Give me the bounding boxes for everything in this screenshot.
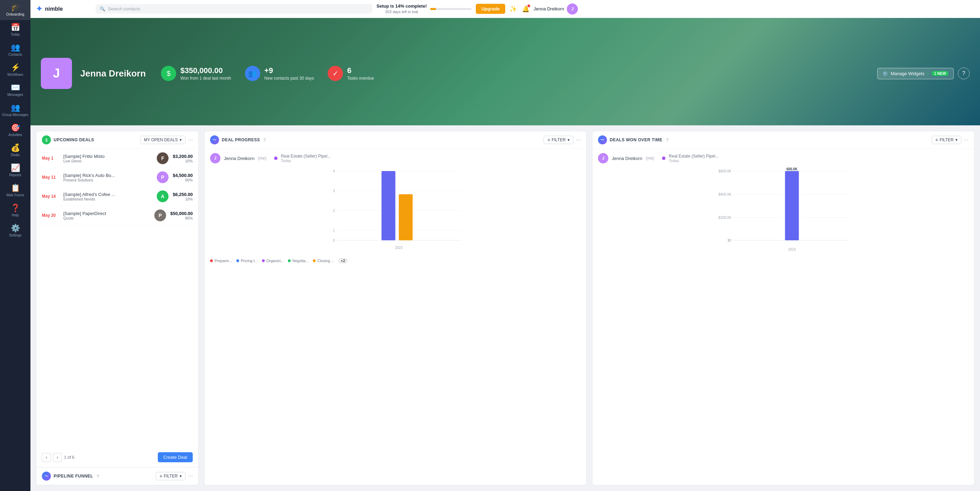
pricing-label: Pricing t... [241,259,258,263]
deals-won-user-avatar: J [598,153,608,163]
sidebar-item-reports[interactable]: 📈 Reports [0,161,30,181]
user-section[interactable]: Jenna Dreikorn J [534,3,578,14]
new-badge: 1 NEW [932,71,948,76]
hero-banner: J Jenna Dreikorn $ $350,000.00 Won from … [30,18,980,125]
page-info: 1 of 6 [64,455,75,460]
sidebar-item-onboarding[interactable]: 🎓 Onboarding [0,0,30,20]
deal-avatar-1: F [157,152,169,164]
deal-progress-filter-button[interactable]: ≡ FILTER ▾ [544,136,573,144]
upgrade-button[interactable]: Upgrade [476,4,505,14]
next-page-button[interactable]: › [53,453,62,462]
pipeline-funnel-more-button[interactable]: ··· [188,473,193,479]
new-contacts-text: +9 New contacts past 30 days [264,66,314,81]
new-contacts-icon: 👥 [245,66,260,81]
svg-rect-22 [785,171,799,240]
hero-content: J Jenna Dreikorn $ $350,000.00 Won from … [30,18,980,125]
sidebar-item-today[interactable]: 📅 Today [0,20,30,40]
deal-progress-header: 〜 DEAL PROGRESS ? ≡ FILTER ▾ ··· [205,131,586,149]
deal-progress-widget: 〜 DEAL PROGRESS ? ≡ FILTER ▾ ··· J [204,131,587,485]
contacts-icon: 👥 [11,44,20,51]
setup-title: Setup is 14% complete! [377,3,427,10]
sidebar-item-messages[interactable]: ✉️ Messages [0,80,30,100]
pipeline-funnel-header-right: ≡ FILTER ▾ ··· [156,472,193,480]
deal-progress-more-button[interactable]: ··· [576,137,581,143]
page-content: J Jenna Dreikorn $ $350,000.00 Won from … [30,18,980,491]
tasks-overdue-text: 6 Tasks overdue [347,66,374,81]
deal-progress-user-name: Jenna Dreikorn [224,156,255,161]
sidebar-item-workflows[interactable]: ⚡ Workflows [0,60,30,80]
manage-widgets-label: Manage Widgets [891,71,924,76]
sidebar-item-contacts[interactable]: 👥 Contacts [0,40,30,60]
legend-more-button[interactable]: +2 [339,258,348,263]
hero-help-button[interactable]: ? [958,67,970,79]
upcoming-deals-header-right: MY OPEN DEALS ▾ ··· [140,136,193,144]
settings-icon: ⚙️ [11,225,20,232]
tasks-overdue-icon: ✓ [328,66,343,81]
notifications-button[interactable]: 🔔 [522,5,530,13]
deal-progress-body: J Jenna Dreikorn (me) Real Estate (Selle… [205,149,586,263]
deal-percent-4: 80% [170,216,193,220]
sidebar-item-web-forms[interactable]: 📋 Web Forms [0,181,30,201]
sidebar-item-help[interactable]: ❓ Help [0,201,30,221]
deals-won-more-button[interactable]: ··· [964,137,969,143]
deal-progress-filter-label: FILTER [552,137,565,142]
tasks-overdue-number: 6 [347,66,374,76]
topbar-icons: ✨ 🔔 [509,5,530,13]
user-avatar: J [567,3,578,14]
deals-won-user-name: Jenna Dreikorn [612,156,642,161]
deal-stage-1: Live Demo [63,159,153,163]
deals-won-widget: 〜 DEALS WON OVER TIME ? ≡ FILTER ▾ ··· [592,131,974,485]
deal-date-4: May 20 [42,213,59,218]
deals-won-me-label: (me) [646,156,654,161]
today-icon: 📅 [11,24,20,31]
deals-won-filter-chevron: ▾ [955,137,958,142]
deals-won-filter-button[interactable]: ≡ FILTER ▾ [932,136,961,144]
deals-won-header-right: ≡ FILTER ▾ ··· [932,136,969,144]
sidebar-item-settings[interactable]: ⚙️ Settings [0,221,30,241]
pipeline-funnel-filter-button[interactable]: ≡ FILTER ▾ [156,472,185,480]
sidebar-label-deals: Deals [11,153,20,157]
search-bar[interactable]: 🔍 Search contacts [95,4,372,13]
deal-avatar-3: A [157,190,169,202]
sidebar-label-help: Help [12,213,19,217]
deals-won-chart: $600.0K $400.0K $200.0K $0 600.0K 2023 [598,167,969,261]
deals-won-pipeline-dot [662,156,665,160]
gear-icon: ⚙️ [882,71,888,76]
filter-lines-icon: ≡ [547,137,550,142]
messages-icon: ✉️ [11,84,20,91]
deals-icon: 💰 [11,144,20,151]
magic-icon-button[interactable]: ✨ [509,5,517,13]
pipeline-funnel-icon: 〜 [42,472,51,481]
upcoming-deals-more-button[interactable]: ··· [188,137,193,143]
deal-date-3: May 14 [42,194,59,199]
deal-progress-pipeline-dot [274,156,278,160]
manage-widgets-button[interactable]: ⚙️ Manage Widgets • 1 NEW [877,68,954,79]
prev-page-button[interactable]: ‹ [42,453,51,462]
legend-pricing: Pricing t... [236,258,258,263]
deal-progress-pipeline-info: Real Estate (Seller) Pipel... Today [281,154,331,163]
svg-text:0: 0 [333,239,335,242]
pipeline-funnel-header: 〜 PIPELINE FUNNEL ? ≡ FILTER ▾ ··· [37,467,198,485]
sidebar-label-today: Today [11,33,20,37]
deal-values-1: $3,200.00 10% [173,154,193,163]
deal-values-4: $50,000.00 80% [170,211,193,220]
deal-row-3: May 14 [Sample] Alfred's Cofee ... Estab… [37,187,198,206]
deals-won-header: 〜 DEALS WON OVER TIME ? ≡ FILTER ▾ ··· [592,131,974,149]
reports-icon: 📈 [11,164,20,172]
create-deal-button[interactable]: Create Deal [158,452,193,462]
sidebar-item-activities[interactable]: 🎯 Activities [0,121,30,140]
closing-label: Closing ... [317,259,334,263]
svg-text:$0: $0 [727,239,732,242]
svg-text:2023: 2023 [788,247,796,251]
svg-text:600.0K: 600.0K [786,167,798,171]
deal-progress-legend: Preparin... Pricing t... Organizi... [210,255,581,263]
deals-won-filter-label: FILTER [940,137,953,142]
filter-chevron-icon: ▾ [180,474,182,478]
sidebar-item-group-messages[interactable]: 👥 Group Messages [0,100,30,121]
won-deals-icon: $ [161,66,176,81]
sidebar-item-deals[interactable]: 💰 Deals [0,140,30,161]
hero-stats: $ $350,000.00 Won from 1 deal last month… [161,66,869,81]
deal-values-2: $4,500.00 60% [173,173,193,182]
help-circle-icon: ? [963,70,966,77]
open-deals-dropdown[interactable]: MY OPEN DEALS ▾ [140,136,186,144]
